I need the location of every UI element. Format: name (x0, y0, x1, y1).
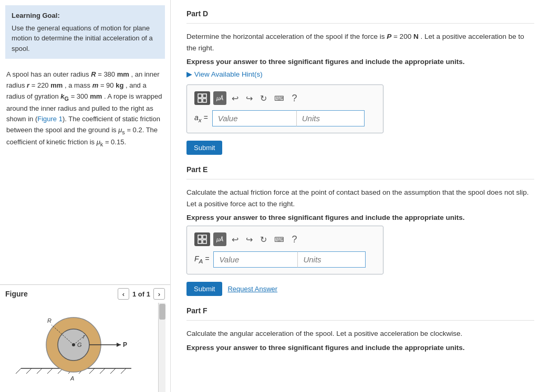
redo-button-e[interactable]: ↪ (244, 234, 255, 246)
part-e-description: Calculate the actual friction force at t… (186, 187, 534, 209)
divider-f (186, 320, 534, 321)
svg-line-1 (16, 368, 21, 374)
svg-text:A: A (70, 375, 74, 382)
figure-canvas: G R r P A (5, 303, 165, 392)
figure-label: Figure (5, 290, 28, 298)
svg-line-9 (100, 368, 105, 374)
svg-rect-28 (198, 235, 202, 239)
part-d-answer-box: μÅ ↩ ↪ ↻ ⌨ ? ax = (186, 84, 383, 133)
svg-marker-21 (117, 343, 121, 347)
part-d-instruction: Express your answer to three significant… (186, 58, 534, 66)
part-e-actions: Submit Request Answer (186, 282, 534, 296)
part-f-instruction: Express your answer to three significant… (186, 344, 534, 352)
part-d-input-label: ax = (194, 113, 208, 123)
svg-rect-25 (203, 94, 206, 98)
undo-button-d[interactable]: ↩ (230, 92, 241, 104)
main-content: Part D Determine the horizontal accelera… (171, 0, 550, 392)
keyboard-button-e[interactable]: ⌨ (272, 235, 286, 245)
sidebar: Learning Goal: Use the general equations… (0, 0, 171, 392)
svg-rect-29 (203, 235, 206, 239)
part-e-header: Part E (186, 165, 534, 174)
part-d-input-row: ax = (194, 110, 376, 126)
matrix-button-d[interactable] (194, 91, 210, 105)
part-e-units-input[interactable] (297, 251, 366, 268)
redo-button-d[interactable]: ↪ (244, 92, 255, 104)
part-e-submit-button[interactable]: Submit (186, 282, 222, 296)
refresh-button-e[interactable]: ↻ (258, 234, 269, 246)
part-e-input-row: FA = (194, 251, 376, 268)
mu-button-d[interactable]: μÅ (213, 91, 226, 105)
scroll-area[interactable] (158, 303, 165, 392)
figure-next-button[interactable]: › (153, 288, 165, 300)
part-f-header: Part F (186, 306, 534, 315)
svg-rect-31 (203, 240, 206, 243)
help-button-d[interactable]: ? (289, 92, 299, 105)
keyboard-button-d[interactable]: ⌨ (272, 93, 286, 103)
part-e-instruction: Express your answer to three significant… (186, 214, 534, 221)
svg-rect-26 (198, 99, 202, 102)
svg-line-4 (47, 368, 53, 374)
part-d-hint-text: ▶ View Available Hint(s) (186, 70, 263, 78)
help-button-e[interactable]: ? (289, 233, 299, 246)
learning-goal-title: Learning Goal: (12, 10, 159, 21)
undo-button-e[interactable]: ↩ (230, 234, 241, 246)
part-e-request-answer-link[interactable]: Request Answer (227, 285, 277, 293)
refresh-button-d[interactable]: ↻ (258, 92, 269, 104)
svg-text:P: P (123, 341, 127, 348)
learning-goal-box: Learning Goal: Use the general equations… (5, 5, 165, 59)
scroll-thumb (159, 304, 165, 320)
mu-button-e[interactable]: μÅ (213, 232, 226, 246)
figure-section: Figure ‹ 1 of 1 › (0, 284, 170, 392)
svg-rect-24 (198, 94, 202, 98)
svg-line-2 (26, 368, 32, 374)
svg-text:G: G (77, 342, 82, 348)
part-f-description: Calculate the angular acceleration of th… (186, 328, 534, 340)
part-d-submit-button[interactable]: Submit (186, 141, 222, 155)
svg-rect-30 (198, 240, 202, 243)
svg-line-10 (110, 368, 116, 374)
svg-rect-27 (203, 99, 206, 102)
part-d-units-input[interactable] (296, 110, 365, 126)
divider-e (186, 179, 534, 179)
svg-line-3 (37, 368, 42, 374)
svg-text:R: R (47, 317, 51, 324)
learning-goal-text: Use the general equations of motion for … (12, 23, 159, 54)
part-d-toolbar: μÅ ↩ ↪ ↻ ⌨ ? (194, 91, 376, 105)
figure-header: Figure ‹ 1 of 1 › (0, 285, 170, 303)
svg-line-8 (89, 368, 95, 374)
spool-diagram: G R r P A (5, 303, 152, 384)
figure-page: 1 of 1 (132, 290, 150, 298)
problem-description: A spool has an outer radius R = 380 mm ,… (0, 64, 170, 154)
part-d-hint-link[interactable]: ▶ View Available Hint(s) (186, 70, 534, 78)
part-d-value-input[interactable] (212, 110, 296, 126)
figure-nav: ‹ 1 of 1 › (118, 288, 165, 300)
part-d-description: Determine the horizontal acceleration of… (186, 31, 534, 54)
part-e-toolbar: μÅ ↩ ↪ ↻ ⌨ ? (194, 232, 376, 246)
part-e-answer-box: μÅ ↩ ↪ ↻ ⌨ ? FA = (186, 226, 383, 274)
part-e-value-input[interactable] (213, 251, 297, 268)
figure-prev-button[interactable]: ‹ (118, 288, 129, 300)
problem-text-1: A spool has an outer radius R = 380 mm ,… (6, 70, 162, 146)
part-d-actions: Submit (186, 141, 534, 155)
part-d-header: Part D (186, 9, 534, 18)
svg-line-11 (121, 368, 126, 374)
divider-d (186, 23, 534, 24)
part-e-input-label: FA = (194, 255, 209, 264)
matrix-button-e[interactable] (194, 232, 210, 246)
